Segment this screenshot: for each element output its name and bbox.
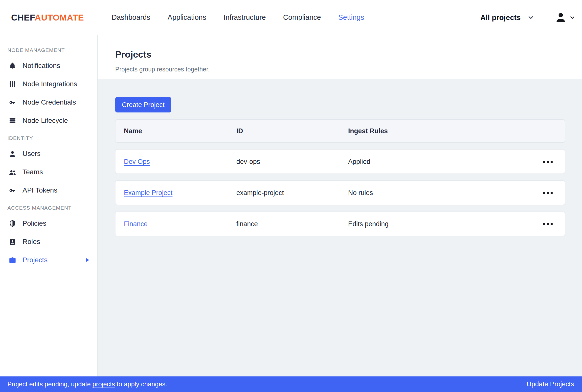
nav-item-infrastructure[interactable]: Infrastructure <box>224 13 266 22</box>
key-icon <box>8 186 16 194</box>
row-menu-button[interactable] <box>540 181 555 205</box>
sidebar-item-api-tokens[interactable]: API Tokens <box>0 181 98 200</box>
sidebar-item-policies[interactable]: Policies <box>0 214 98 232</box>
arrow-right-icon <box>84 257 90 263</box>
table-row: Dev Ops dev-ops Applied <box>115 149 565 174</box>
sidebar-section-access-management: ACCESS MANAGEMENT Policies Roles Project… <box>0 200 98 269</box>
sidebar-section-label: IDENTITY <box>0 130 98 144</box>
sidebar-section-label: NODE MANAGEMENT <box>0 42 98 56</box>
sidebar-item-label: Roles <box>22 238 40 246</box>
sidebar-item-label: Users <box>22 150 40 158</box>
storage-icon <box>8 117 16 125</box>
sidebar-item-label: Node Integrations <box>22 80 77 88</box>
sidebar-item-teams[interactable]: Teams <box>0 163 98 181</box>
projects-filter-dropdown[interactable]: All projects <box>480 13 534 22</box>
badge-icon <box>8 238 16 246</box>
sidebar-item-label: Projects <box>22 256 48 264</box>
more-icon <box>543 161 545 163</box>
projects-table: Name ID Ingest Rules Dev Ops dev-ops App… <box>115 120 565 236</box>
projects-filter-label: All projects <box>480 13 521 22</box>
key-icon <box>8 98 16 106</box>
project-ingest-rules: No rules <box>348 189 540 197</box>
settings-sidebar: NODE MANAGEMENT Notifications Node Integ… <box>0 35 98 376</box>
column-header-id: ID <box>236 127 348 135</box>
sidebar-item-notifications[interactable]: Notifications <box>0 56 98 75</box>
page-subtitle: Projects group resources together. <box>115 66 565 73</box>
brand-chef: CHEF <box>11 12 34 22</box>
sidebar-item-projects[interactable]: Projects <box>0 251 98 269</box>
sidebar-item-label: API Tokens <box>22 186 57 194</box>
sidebar-section-label: ACCESS MANAGEMENT <box>0 200 98 214</box>
sidebar-item-label: Node Lifecycle <box>22 117 68 124</box>
project-id: finance <box>236 220 348 228</box>
brand-logo[interactable]: CHEFAUTOMATE <box>11 12 84 22</box>
user-avatar-icon <box>555 12 567 24</box>
nav-item-dashboards[interactable]: Dashboards <box>112 13 150 22</box>
page-title: Projects <box>115 50 565 60</box>
primary-nav: Dashboards Applications Infrastructure C… <box>112 13 364 22</box>
project-ingest-rules: Edits pending <box>348 220 540 228</box>
sidebar-section-identity: IDENTITY Users Teams API Tokens <box>0 130 98 200</box>
update-projects-button[interactable]: Update Projects <box>526 380 574 388</box>
project-ingest-rules: Applied <box>348 158 540 166</box>
shield-icon <box>8 220 16 228</box>
projects-panel: Create Project Name ID Ingest Rules Dev … <box>98 79 582 376</box>
top-nav-right: All projects <box>480 12 576 24</box>
table-row: Example Project example-project No rules <box>115 180 565 205</box>
sidebar-item-label: Notifications <box>22 62 60 70</box>
brand-automate: AUTOMATE <box>34 12 84 22</box>
main-content: Projects Projects group resources togeth… <box>98 35 582 376</box>
row-menu-button[interactable] <box>540 150 555 174</box>
sidebar-item-node-integrations[interactable]: Node Integrations <box>0 75 98 93</box>
user-menu[interactable] <box>555 12 576 24</box>
sidebar-item-label: Policies <box>22 220 46 228</box>
sidebar-item-users[interactable]: Users <box>0 144 98 163</box>
top-nav: CHEFAUTOMATE Dashboards Applications Inf… <box>0 0 582 35</box>
project-name-link[interactable]: Example Project <box>124 189 172 197</box>
sidebar-item-node-credentials[interactable]: Node Credentials <box>0 93 98 112</box>
project-name-link[interactable]: Dev Ops <box>124 158 150 166</box>
row-menu-button[interactable] <box>540 212 555 236</box>
column-header-name: Name <box>124 127 236 135</box>
table-row: Finance finance Edits pending <box>115 212 565 236</box>
banner-message: Project edits pending, update projects t… <box>8 380 167 388</box>
column-header-ingest-rules: Ingest Rules <box>348 127 540 135</box>
sliders-icon <box>8 80 16 88</box>
nav-item-applications[interactable]: Applications <box>168 13 206 22</box>
sidebar-item-label: Node Credentials <box>22 98 76 106</box>
sidebar-item-label: Teams <box>22 168 43 176</box>
banner-projects-link[interactable]: projects <box>92 380 115 388</box>
create-project-button[interactable]: Create Project <box>115 97 171 112</box>
nav-item-settings[interactable]: Settings <box>338 13 364 22</box>
page-header: Projects Projects group resources togeth… <box>98 35 582 79</box>
nav-item-compliance[interactable]: Compliance <box>283 13 321 22</box>
more-icon <box>543 223 545 225</box>
sidebar-section-node-management: NODE MANAGEMENT Notifications Node Integ… <box>0 42 98 130</box>
project-name-link[interactable]: Finance <box>124 220 148 228</box>
chevron-down-icon <box>527 14 534 21</box>
users-icon <box>8 168 16 176</box>
sidebar-item-roles[interactable]: Roles <box>0 232 98 251</box>
projects-table-header: Name ID Ingest Rules <box>115 120 565 142</box>
project-id: example-project <box>236 189 348 197</box>
pending-changes-banner: Project edits pending, update projects t… <box>0 376 582 392</box>
briefcase-icon <box>8 256 16 264</box>
user-icon <box>8 150 16 158</box>
bell-icon <box>8 62 16 70</box>
more-icon <box>543 192 545 194</box>
project-id: dev-ops <box>236 158 348 166</box>
sidebar-item-node-lifecycle[interactable]: Node Lifecycle <box>0 112 98 130</box>
chevron-down-icon <box>569 14 576 21</box>
